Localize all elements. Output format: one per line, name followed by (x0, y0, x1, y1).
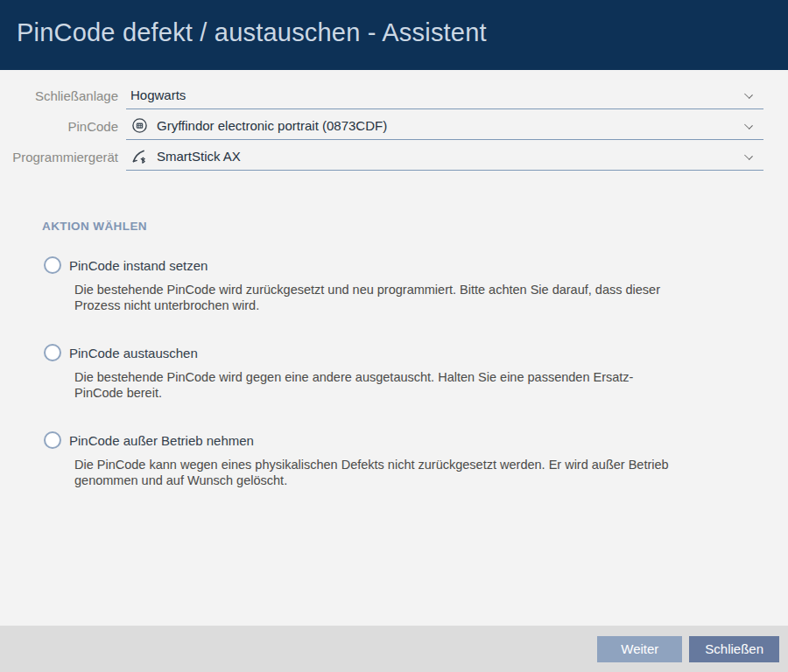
programmiergeraet-label: Programmiergerät (0, 150, 118, 171)
schliessanlage-label: Schließanlage (0, 88, 118, 109)
chevron-down-icon[interactable] (744, 151, 753, 160)
footer-bar: Weiter Schließen (0, 626, 788, 672)
pincode-label: PinCode (0, 119, 118, 140)
radio-circle-icon[interactable] (44, 344, 61, 361)
chevron-down-icon[interactable] (744, 90, 753, 99)
programmiergeraet-dropdown[interactable]: SmartStick AX (126, 144, 763, 171)
pincode-keypad-icon (130, 116, 149, 135)
option-label: PinCode austauschen (69, 346, 198, 360)
form-row-programmiergeraet: Programmiergerät SmartStick AX (0, 140, 763, 171)
schliessanlage-dropdown[interactable]: Hogwarts (126, 82, 763, 109)
option-pincode-instand-setzen: PinCode instand setzen Die bestehende Pi… (44, 256, 788, 313)
pincode-dropdown[interactable]: Gryffindor electronic portrait (0873CDF) (126, 113, 763, 140)
window-title: PinCode defekt / austauschen - Assistent (17, 18, 487, 47)
schliessanlage-value: Hogwarts (130, 88, 744, 102)
chevron-down-icon[interactable] (744, 121, 753, 130)
radio-circle-icon[interactable] (44, 431, 61, 449)
form-rows: Schließanlage Hogwarts PinCode (0, 70, 788, 171)
option-label: PinCode instand setzen (69, 258, 208, 273)
option-description: Die PinCode kann wegen eines physikalisc… (74, 458, 679, 488)
option-description: Die bestehende PinCode wird zurückgesetz… (74, 283, 679, 313)
programming-device-bluetooth-icon (130, 147, 149, 165)
radio-pincode-instand-setzen[interactable]: PinCode instand setzen (44, 256, 788, 274)
option-pincode-austauschen: PinCode austauschen Die bestehende PinCo… (44, 344, 788, 401)
radio-pincode-austauschen[interactable]: PinCode austauschen (44, 344, 788, 361)
schliessen-button[interactable]: Schließen (689, 636, 779, 662)
weiter-button[interactable]: Weiter (597, 636, 682, 662)
radio-circle-icon[interactable] (44, 256, 61, 274)
radio-pincode-ausser-betrieb[interactable]: PinCode außer Betrieb nehmen (44, 431, 788, 449)
titlebar: PinCode defekt / austauschen - Assistent (0, 0, 788, 70)
option-label: PinCode außer Betrieb nehmen (69, 433, 254, 448)
pincode-value: Gryffindor electronic portrait (0873CDF) (157, 118, 744, 133)
wizard-window: PinCode defekt / austauschen - Assistent… (0, 0, 788, 672)
wizard-content: Schließanlage Hogwarts PinCode (0, 70, 788, 626)
option-pincode-ausser-betrieb: PinCode außer Betrieb nehmen Die PinCode… (44, 431, 788, 488)
form-row-pincode: PinCode Gryff (0, 109, 763, 140)
programmiergeraet-value: SmartStick AX (157, 149, 744, 164)
form-row-schliessanlage: Schließanlage Hogwarts (0, 79, 763, 109)
option-description: Die bestehende PinCode wird gegen eine a… (74, 370, 679, 401)
action-section-heading: AKTION WÄHLEN (42, 220, 788, 233)
